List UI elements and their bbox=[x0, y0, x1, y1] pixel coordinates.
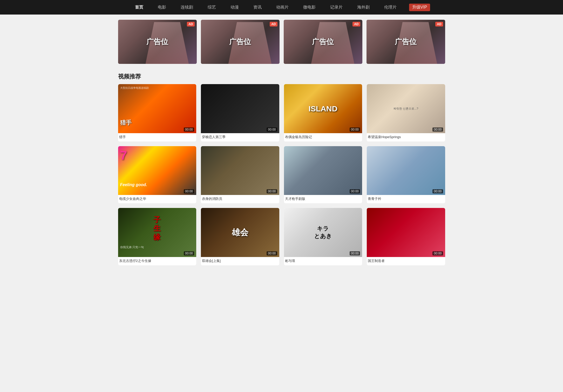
video-card-8[interactable]: 你我兄弟 只凭一句子生缘00:00东北古惑仔2之今生缘 bbox=[118, 208, 196, 265]
duration-badge-3: 00:00 bbox=[432, 127, 443, 132]
section-title: 视频推荐 bbox=[118, 73, 445, 80]
nav-item-资讯[interactable]: 资讯 bbox=[251, 4, 264, 11]
ad-badge-1: AD bbox=[270, 22, 277, 26]
video-thumb-6: 00:00 bbox=[284, 146, 362, 195]
video-card-6[interactable]: 00:00天才枪手剧版 bbox=[284, 146, 362, 203]
thumb-overlay-3: 짜릿한 신혼으로...? bbox=[392, 106, 419, 112]
video-card-5[interactable]: 00:00赤身的消防员 bbox=[201, 146, 279, 203]
video-title-2: 布偶金银岛历险记 bbox=[284, 133, 362, 141]
video-thumb-8: 你我兄弟 只凭一句子生缘00:00 bbox=[118, 208, 196, 257]
ad-card-2[interactable]: 广告位AD bbox=[284, 20, 362, 64]
video-card-0[interactable]: 大型抗日战争电视连续剧猎手00:00猎手 bbox=[118, 84, 196, 141]
video-thumb-9: 雄会00:00 bbox=[201, 208, 279, 257]
video-thumb-7: 00:00 bbox=[367, 146, 445, 195]
nav-item-电影[interactable]: 电影 bbox=[156, 4, 168, 11]
nav-item-伦理片[interactable]: 伦理片 bbox=[382, 4, 399, 11]
video-title-11: 国王制造者 bbox=[367, 257, 445, 265]
thumb-overlay-8: 你我兄弟 只凭一句 bbox=[120, 245, 144, 249]
video-title-10: 彬与瑛 bbox=[284, 257, 362, 265]
ad-badge-0: AD bbox=[187, 22, 194, 26]
video-card-9[interactable]: 雄会00:00双雄会[上集] bbox=[201, 208, 279, 265]
video-card-4[interactable]: Feeling good.700:00电缆少女血肉之华 bbox=[118, 146, 196, 203]
ad-badge-2: AD bbox=[352, 22, 360, 26]
video-thumb-1: 00:00 bbox=[201, 84, 279, 133]
video-thumb-4: Feeling good.700:00 bbox=[118, 146, 196, 195]
thumb-small-text-0: 大型抗日战争电视连续剧 bbox=[120, 86, 149, 90]
video-title-0: 猎手 bbox=[118, 133, 196, 141]
ad-badge-3: AD bbox=[435, 22, 443, 26]
video-grid: 大型抗日战争电视连续剧猎手00:00猎手00:00穿梭恋人第三季ISLAND00… bbox=[118, 84, 445, 265]
nav-item-微电影[interactable]: 微电影 bbox=[301, 4, 318, 11]
nav-item-首页[interactable]: 首页 bbox=[133, 4, 145, 11]
video-thumb-2: ISLAND00:00 bbox=[284, 84, 362, 133]
thumb-big-text-8: 子生缘 bbox=[153, 215, 161, 242]
video-thumb-11: 00:00 bbox=[367, 208, 445, 257]
video-title-1: 穿梭恋人第三季 bbox=[201, 133, 279, 141]
duration-badge-7: 00:00 bbox=[432, 189, 443, 193]
thumb-number-4: 7 bbox=[120, 148, 127, 163]
duration-badge-11: 00:00 bbox=[432, 251, 443, 255]
ad-section: 广告位AD广告位AD广告位AD广告位AD bbox=[118, 15, 445, 66]
thumb-overlay-4: Feeling good. bbox=[120, 183, 147, 187]
nav-item-海外剧[interactable]: 海外剧 bbox=[355, 4, 372, 11]
navbar: 首页电影连续剧综艺动漫资讯动画片微电影记录片海外剧伦理片升级VIP bbox=[0, 0, 563, 15]
thumb-overlay-0: 猎手 bbox=[120, 120, 132, 126]
video-card-10[interactable]: キラとあき00:00彬与瑛 bbox=[284, 208, 362, 265]
nav-item-动画片[interactable]: 动画片 bbox=[274, 4, 291, 11]
duration-badge-0: 00:00 bbox=[184, 127, 194, 132]
ad-card-1[interactable]: 广告位AD bbox=[201, 20, 280, 64]
thumb-jp-10: キラとあき bbox=[314, 225, 332, 240]
video-title-3: 希望温泉HopeSprings bbox=[367, 133, 445, 141]
video-title-9: 双雄会[上集] bbox=[201, 257, 279, 265]
duration-badge-2: 00:00 bbox=[350, 127, 360, 132]
video-thumb-3: 짜릿한 신혼으로...?00:00 bbox=[367, 84, 445, 133]
duration-badge-10: 00:00 bbox=[350, 251, 360, 255]
duration-badge-1: 00:00 bbox=[267, 127, 277, 132]
nav-item-连续剧[interactable]: 连续剧 bbox=[179, 4, 195, 11]
video-title-4: 电缆少女血肉之华 bbox=[118, 195, 196, 203]
ad-label-0: 广告位 bbox=[146, 37, 168, 47]
nav-item-动漫[interactable]: 动漫 bbox=[228, 4, 241, 11]
thumb-overlay-2: ISLAND bbox=[308, 104, 337, 113]
video-card-3[interactable]: 짜릿한 신혼으로...?00:00希望温泉HopeSprings bbox=[367, 84, 445, 141]
main-content: 广告位AD广告位AD广告位AD广告位AD 视频推荐 大型抗日战争电视连续剧猎手0… bbox=[113, 15, 450, 265]
duration-badge-9: 00:00 bbox=[267, 251, 277, 255]
ad-card-3[interactable]: 广告位AD bbox=[367, 20, 445, 64]
video-thumb-5: 00:00 bbox=[201, 146, 279, 195]
video-card-2[interactable]: ISLAND00:00布偶金银岛历险记 bbox=[284, 84, 362, 141]
video-title-6: 天才枪手剧版 bbox=[284, 195, 362, 203]
video-card-1[interactable]: 00:00穿梭恋人第三季 bbox=[201, 84, 279, 141]
thumb-big-text-9: 雄会 bbox=[232, 227, 248, 238]
duration-badge-5: 00:00 bbox=[267, 189, 277, 193]
duration-badge-8: 00:00 bbox=[184, 251, 194, 255]
duration-badge-6: 00:00 bbox=[350, 189, 360, 193]
video-thumb-0: 大型抗日战争电视连续剧猎手00:00 bbox=[118, 84, 196, 133]
video-title-8: 东北古惑仔2之今生缘 bbox=[118, 257, 196, 265]
duration-badge-4: 00:00 bbox=[184, 189, 194, 193]
video-title-5: 赤身的消防员 bbox=[201, 195, 279, 203]
nav-item-综艺[interactable]: 综艺 bbox=[206, 4, 218, 11]
video-thumb-10: キラとあき00:00 bbox=[284, 208, 362, 257]
video-card-7[interactable]: 00:00青青子衿 bbox=[367, 146, 445, 203]
ad-label-1: 广告位 bbox=[229, 37, 251, 47]
ad-label-3: 广告位 bbox=[395, 37, 417, 47]
nav-item-记录片[interactable]: 记录片 bbox=[328, 4, 345, 11]
video-title-7: 青青子衿 bbox=[367, 195, 445, 203]
nav-item-升级VIP[interactable]: 升级VIP bbox=[409, 4, 430, 11]
ad-card-0[interactable]: 广告位AD bbox=[118, 20, 197, 64]
ad-label-2: 广告位 bbox=[312, 37, 334, 47]
video-card-11[interactable]: 00:00国王制造者 bbox=[367, 208, 445, 265]
